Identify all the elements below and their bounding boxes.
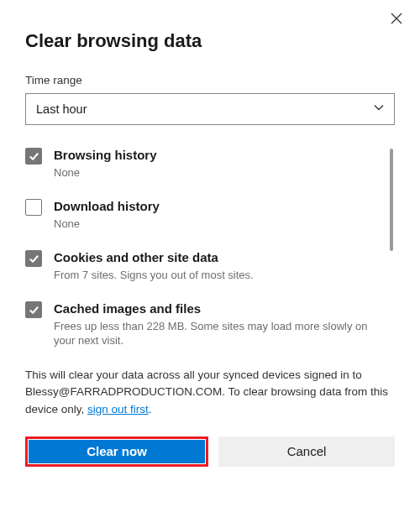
time-range-value: Last hour	[36, 102, 87, 116]
option-title: Cookies and other site data	[54, 249, 375, 266]
checkbox-browsing-history[interactable]	[25, 148, 42, 165]
option-title: Download history	[54, 198, 375, 215]
time-range-label: Time range	[25, 74, 395, 86]
close-icon	[391, 13, 402, 28]
option-cached: Cached images and files Frees up less th…	[25, 301, 375, 348]
options-scroll-area: Browsing history None Download history N…	[25, 147, 395, 362]
clear-now-button[interactable]: Clear now	[29, 440, 205, 463]
notice-pre: This will clear your data across all you…	[25, 368, 388, 416]
option-title: Cached images and files	[54, 301, 375, 317]
option-sub: None	[54, 165, 375, 180]
option-download-history: Download history None	[25, 198, 375, 231]
dialog-title: Clear browsing data	[25, 30, 395, 52]
scrollbar-thumb[interactable]	[390, 149, 393, 251]
sign-out-link[interactable]: sign out first	[87, 403, 149, 416]
cancel-button[interactable]: Cancel	[218, 436, 395, 467]
time-range-select[interactable]: Last hour	[25, 93, 395, 125]
option-browsing-history: Browsing history None	[25, 147, 375, 180]
option-sub: From 7 sites. Signs you out of most site…	[54, 268, 375, 283]
close-button[interactable]	[386, 10, 407, 30]
option-cookies: Cookies and other site data From 7 sites…	[25, 249, 375, 282]
sync-notice: This will clear your data across all you…	[25, 367, 395, 418]
option-title: Browsing history	[54, 147, 375, 164]
checkbox-cached[interactable]	[25, 301, 42, 318]
option-sub: None	[54, 217, 375, 232]
checkbox-download-history[interactable]	[25, 199, 42, 216]
option-sub: Frees up less than 228 MB. Some sites ma…	[54, 319, 375, 348]
notice-post: .	[149, 403, 152, 416]
checkbox-cookies[interactable]	[25, 250, 42, 267]
clear-now-highlight: Clear now	[25, 436, 208, 467]
